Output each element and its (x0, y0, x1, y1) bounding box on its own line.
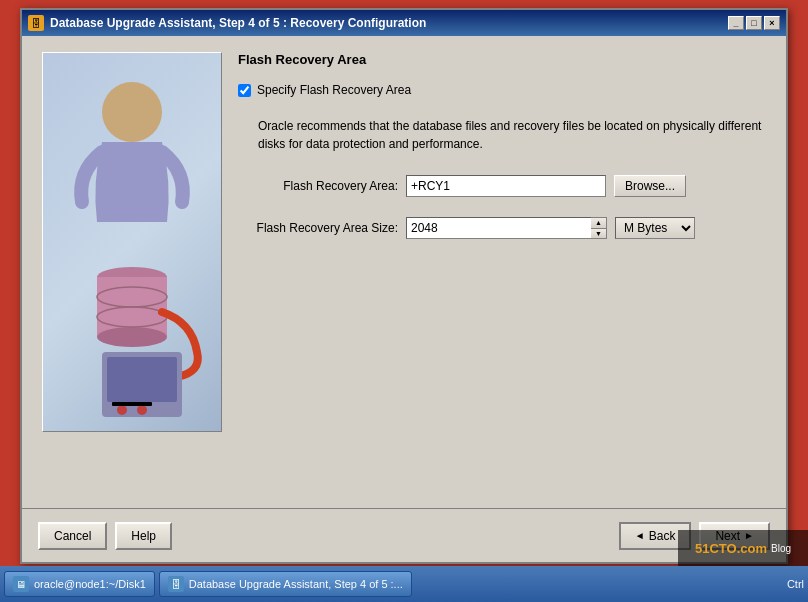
dialog-content: Flash Recovery Area Specify Flash Recove… (22, 36, 786, 508)
recovery-size-row: Flash Recovery Area Size: ▲ ▼ M Bytes G … (238, 217, 766, 239)
illustration-panel (42, 52, 222, 432)
description-text: Oracle recommends that the database file… (258, 117, 766, 153)
cancel-button[interactable]: Cancel (38, 522, 107, 550)
recovery-size-input[interactable] (406, 217, 591, 239)
button-bar: Cancel Help ◄ Back Next ► (22, 508, 786, 562)
taskbar: 🖥 oracle@node1:~/Disk1 🗄 Database Upgrad… (0, 566, 808, 602)
back-arrow-icon: ◄ (635, 530, 645, 541)
svg-rect-11 (112, 402, 152, 406)
taskbar-item-terminal[interactable]: 🖥 oracle@node1:~/Disk1 (4, 571, 155, 597)
taskbar-right: Ctrl (787, 578, 804, 590)
browse-button[interactable]: Browse... (614, 175, 686, 197)
recovery-area-label: Flash Recovery Area: (238, 179, 398, 193)
dua-icon: 🗄 (168, 576, 184, 592)
watermark: 51CTO.com Blog (678, 530, 808, 566)
back-label: Back (649, 529, 676, 543)
titlebar-icon: 🗄 (28, 15, 44, 31)
titlebar: 🗄 Database Upgrade Assistant, Step 4 of … (22, 10, 786, 36)
help-button[interactable]: Help (115, 522, 172, 550)
illustration-svg (52, 62, 212, 422)
unit-dropdown[interactable]: M Bytes G Bytes (615, 217, 695, 239)
svg-point-9 (117, 405, 127, 415)
spinner-up-button[interactable]: ▲ (591, 218, 606, 229)
spinner-down-button[interactable]: ▼ (591, 229, 606, 239)
taskbar-terminal-label: oracle@node1:~/Disk1 (34, 578, 146, 590)
recovery-area-input[interactable] (406, 175, 606, 197)
taskbar-item-dua[interactable]: 🗄 Database Upgrade Assistant, Step 4 of … (159, 571, 412, 597)
specify-flash-checkbox[interactable] (238, 84, 251, 97)
minimize-button[interactable]: _ (728, 16, 744, 30)
watermark-sub: Blog (771, 543, 791, 554)
watermark-brand: 51CTO.com (695, 541, 767, 556)
size-spinner: ▲ ▼ (406, 217, 607, 239)
recovery-area-row: Flash Recovery Area: Browse... (238, 175, 766, 197)
section-title: Flash Recovery Area (238, 52, 766, 67)
svg-point-0 (102, 82, 162, 142)
main-dialog: 🗄 Database Upgrade Assistant, Step 4 of … (20, 8, 788, 564)
right-content: Flash Recovery Area Specify Flash Recove… (238, 52, 766, 492)
maximize-button[interactable]: □ (746, 16, 762, 30)
close-button[interactable]: × (764, 16, 780, 30)
specify-checkbox-row: Specify Flash Recovery Area (238, 83, 766, 97)
spinner-arrows: ▲ ▼ (591, 217, 607, 239)
titlebar-title: Database Upgrade Assistant, Step 4 of 5 … (50, 16, 722, 30)
svg-point-10 (137, 405, 147, 415)
terminal-icon: 🖥 (13, 576, 29, 592)
specify-flash-label: Specify Flash Recovery Area (257, 83, 411, 97)
taskbar-ctrl-label: Ctrl (787, 578, 804, 590)
taskbar-dua-label: Database Upgrade Assistant, Step 4 of 5 … (189, 578, 403, 590)
titlebar-buttons: _ □ × (728, 16, 780, 30)
svg-rect-8 (107, 357, 177, 402)
svg-point-3 (97, 327, 167, 347)
recovery-size-label: Flash Recovery Area Size: (238, 221, 398, 235)
